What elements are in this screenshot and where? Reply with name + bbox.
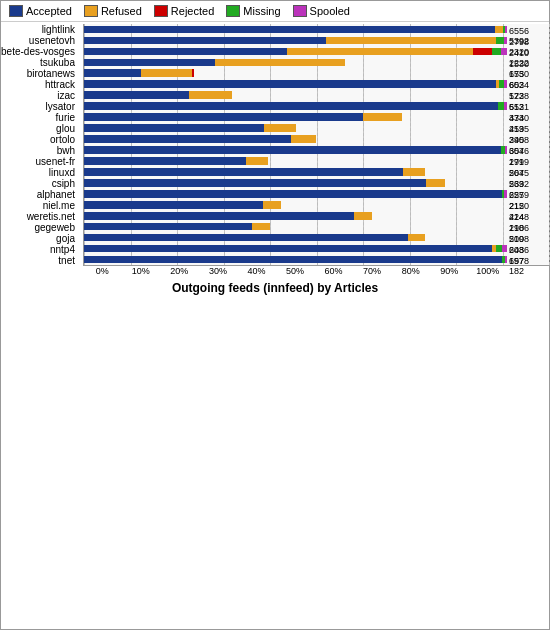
x-label-4: 40% xyxy=(237,266,276,276)
bar-v1-httrack: 6524 xyxy=(509,80,529,91)
legend-refused: Refused xyxy=(84,5,142,17)
bar-segment-usenet-fr-refused xyxy=(246,157,268,165)
bar-v1-lysator: 6521 xyxy=(509,102,529,113)
refused-color-box xyxy=(84,5,98,17)
bar-segment-gegeweb-refused xyxy=(252,223,270,231)
bar-v1-nntp4: 6436 xyxy=(509,245,529,256)
legend-rejected: Rejected xyxy=(154,5,214,17)
bar-segment-csiph-accepted xyxy=(84,179,426,187)
bar-segment-gegeweb-accepted xyxy=(84,223,252,231)
y-label-lysator: lysator xyxy=(1,101,79,112)
y-label-usenetovh: usenetovh xyxy=(1,35,79,46)
rejected-label: Rejected xyxy=(171,5,214,17)
bar-segment-ortolo-accepted xyxy=(84,135,291,143)
bar-v1-gegeweb: 1986 xyxy=(509,223,529,234)
bar-segment-lysator-accepted xyxy=(84,102,498,110)
chart-title: Outgoing feeds (innfeed) by Articles xyxy=(1,278,549,298)
y-label-weretis.net: weretis.net xyxy=(1,211,79,222)
bar-segment-lightlink-accepted xyxy=(84,26,495,34)
x-label-7: 70% xyxy=(353,266,392,276)
bar-row-ortolo: 2458304 xyxy=(84,134,507,145)
bar-segment-weretis.net-accepted xyxy=(84,212,354,220)
x-label-10: 100% xyxy=(468,266,507,276)
bar-segment-usenetovh-missing xyxy=(496,37,504,45)
bar-row-weretis.net: 4248210 xyxy=(84,210,507,221)
y-label-bwh: bwh xyxy=(1,145,79,156)
bar-row-furie: 3330459 xyxy=(84,112,507,123)
bar-row-linuxd: 5045263 xyxy=(84,166,507,177)
bar-v1-lightlink: 6556 xyxy=(509,26,529,37)
bar-segment-usenet-fr-accepted xyxy=(84,157,246,165)
bar-row-nntp4: 6436197 xyxy=(84,243,507,254)
y-label-lightlink: lightlink xyxy=(1,24,79,35)
bar-row-bwh: 6576279 xyxy=(84,144,507,155)
bar-row-tsukuba: 15301530 xyxy=(84,57,507,68)
y-label-csiph: csiph xyxy=(1,178,79,189)
bar-segment-niel.me-refused xyxy=(263,201,281,209)
bar-segment-lightlink-refused xyxy=(495,26,503,34)
chart-container: Accepted Refused Rejected Missing Spoole… xyxy=(0,0,550,630)
bar-row-goja: 5108208 xyxy=(84,232,507,243)
bar-v1-linuxd: 5045 xyxy=(509,168,529,179)
bar-segment-birotanews-accepted xyxy=(84,69,141,77)
bar-segment-izac-accepted xyxy=(84,91,189,99)
bar-row-bete-des-vosges: 24102222 xyxy=(84,46,507,57)
bar-row-lightlink: 65565392 xyxy=(84,24,507,35)
x-label-2: 20% xyxy=(160,266,199,276)
bar-row-csiph: 5392225 xyxy=(84,177,507,188)
spooled-label: Spooled xyxy=(310,5,350,17)
bar-row-lysator: 6521474 xyxy=(84,101,507,112)
bar-v1-goja: 5108 xyxy=(509,234,529,245)
bar-row-glou: 2135390 xyxy=(84,123,507,134)
bar-segment-glou-refused xyxy=(264,124,297,132)
y-label-birotanews: birotanews xyxy=(1,68,79,79)
bar-v1-usenetovh: 2798 xyxy=(509,37,529,48)
bar-segment-ortolo-refused xyxy=(291,135,316,143)
y-label-gegeweb: gegeweb xyxy=(1,222,79,233)
refused-label: Refused xyxy=(101,5,142,17)
rejected-color-box xyxy=(154,5,168,17)
accepted-color-box xyxy=(9,5,23,17)
missing-label: Missing xyxy=(243,5,280,17)
bar-v1-glou: 2135 xyxy=(509,124,529,135)
y-label-nntp4: nntp4 xyxy=(1,244,79,255)
bar-row-usenetovh: 27982320 xyxy=(84,35,507,46)
bar-v1-birotanews: 675 xyxy=(509,69,524,80)
bar-v1-weretis.net: 4248 xyxy=(509,212,529,223)
bar-row-usenet-fr: 1919267 xyxy=(84,155,507,166)
bar-segment-furie-accepted xyxy=(84,113,363,121)
bar-segment-usenetovh-accepted xyxy=(84,37,326,45)
bar-row-tnet: 6578182 xyxy=(84,254,507,265)
bar-row-izac: 1238513 xyxy=(84,90,507,101)
x-label-8: 80% xyxy=(391,266,430,276)
bar-segment-tsukuba-refused xyxy=(215,59,344,67)
bar-segment-tnet-accepted xyxy=(84,256,502,264)
bar-segment-nntp4-accepted xyxy=(84,245,492,253)
bar-v1-alphanet: 6579 xyxy=(509,190,529,201)
bar-segment-izac-refused xyxy=(189,91,233,99)
y-label-ortolo: ortolo xyxy=(1,134,79,145)
y-label-glou: glou xyxy=(1,123,79,134)
bar-row-gegeweb: 1986209 xyxy=(84,221,507,232)
bar-v2-tnet: 182 xyxy=(509,266,529,277)
bar-segment-bwh-accepted xyxy=(84,146,501,154)
bar-segment-goja-refused xyxy=(408,234,425,242)
y-label-usenet-fr: usenet-fr xyxy=(1,156,79,167)
x-label-5: 50% xyxy=(276,266,315,276)
bar-segment-httrack-accepted xyxy=(84,80,496,88)
x-label-3: 30% xyxy=(199,266,238,276)
bar-segment-bete-des-vosges-accepted xyxy=(84,48,287,56)
bar-segment-goja-accepted xyxy=(84,234,408,242)
bar-row-birotanews: 675603 xyxy=(84,68,507,79)
bar-v1-furie: 3330 xyxy=(509,113,529,124)
y-label-alphanet: alphanet xyxy=(1,189,79,200)
bar-v1-tsukuba: 1530 xyxy=(509,59,529,70)
y-label-linuxd: linuxd xyxy=(1,167,79,178)
y-label-izac: izac xyxy=(1,90,79,101)
bar-segment-bete-des-vosges-missing xyxy=(492,48,500,56)
bar-segment-alphanet-accepted xyxy=(84,190,502,198)
bar-v1-bwh: 6576 xyxy=(509,146,529,157)
bar-segment-furie-refused xyxy=(363,113,401,121)
bar-segment-linuxd-accepted xyxy=(84,168,403,176)
bar-row-alphanet: 6579215 xyxy=(84,188,507,199)
